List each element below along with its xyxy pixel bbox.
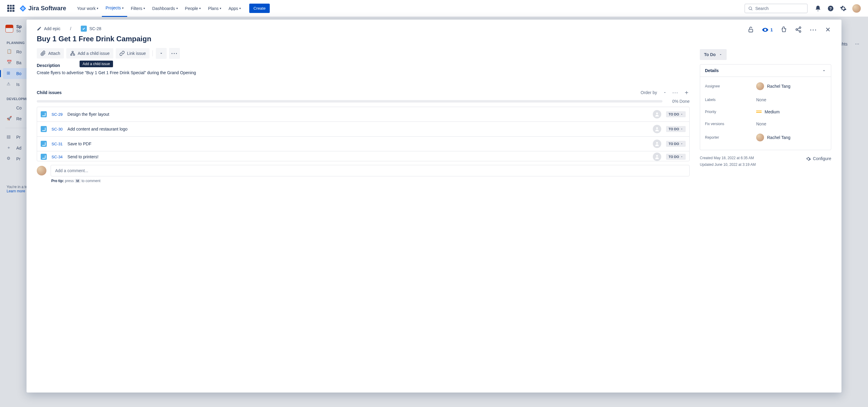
product-logo[interactable]: Jira Software [19, 5, 66, 12]
nav-item-dashboards[interactable]: Dashboards▾ [149, 0, 181, 17]
create-button[interactable]: Create [249, 4, 270, 13]
search-placeholder: Search [755, 6, 769, 11]
nav-item-your-work[interactable]: Your work▾ [73, 0, 102, 17]
nav-item-people[interactable]: People▾ [181, 0, 205, 17]
profile-avatar[interactable] [852, 4, 861, 13]
svg-point-0 [749, 7, 752, 9]
nav-item-plans[interactable]: Plans▾ [204, 0, 225, 17]
nav-item-filters[interactable]: Filters▾ [127, 0, 149, 17]
svg-text:?: ? [830, 6, 832, 10]
product-name: Jira Software [28, 5, 66, 12]
search-input[interactable]: Search [744, 4, 808, 13]
top-navigation: Jira Software Your work▾Projects▾Filters… [0, 0, 868, 17]
nav-item-apps[interactable]: Apps▾ [225, 0, 244, 17]
nav-item-projects[interactable]: Projects▾ [102, 0, 127, 17]
help-icon[interactable]: ? [827, 5, 834, 12]
settings-icon[interactable] [840, 5, 847, 12]
notifications-icon[interactable] [814, 5, 822, 12]
app-switcher-icon[interactable] [7, 5, 14, 12]
